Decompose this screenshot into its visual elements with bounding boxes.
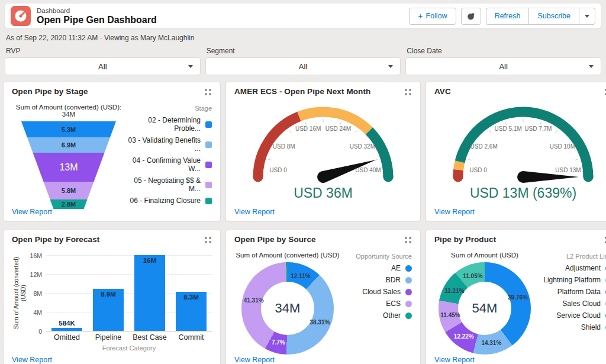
as-of-text: As of Sep 22, 2020 11:32 AM · Viewing as… — [6, 34, 600, 42]
gauge-tick — [289, 130, 291, 133]
donut-legend: Opportunity Source AEBDRCloud SalesECSOt… — [341, 248, 412, 356]
follow-button-label: Follow — [426, 12, 447, 20]
filter-dropdown-segment[interactable]: All — [205, 57, 401, 75]
follow-button[interactable]: + Follow — [409, 8, 456, 25]
legend-item[interactable]: Platform Data — [535, 288, 606, 296]
filter-close-date: Close Date All — [405, 44, 601, 75]
gauge-band — [459, 162, 460, 170]
expand-icon[interactable] — [404, 88, 412, 98]
donut-chart[interactable]: 54M 39.76%14.31%12.22%11.45%11.21%11.05% — [439, 262, 531, 355]
gauge-tick — [355, 130, 357, 133]
legend-swatch — [405, 265, 412, 272]
funnel-segment[interactable]: 5.8M — [21, 182, 116, 199]
legend-item[interactable]: Shield — [535, 323, 606, 331]
x-axis-labels: OmittedPipelineBest CaseCommit — [46, 333, 212, 342]
filter-dropdown-close-date[interactable]: All — [405, 57, 601, 75]
bar[interactable]: 8.3M — [176, 292, 207, 331]
panel-title: Pipe by Product — [434, 235, 496, 244]
filter-dropdown-rvp[interactable]: All — [5, 57, 201, 75]
dashboard-icon — [11, 6, 31, 26]
legend-label: Platform Data — [557, 288, 601, 296]
legend-item[interactable]: Lightning Platform — [535, 276, 606, 284]
x-category-label: Pipeline — [88, 333, 129, 342]
gauge-tick-label: USD 13M — [555, 167, 581, 173]
legend-item[interactable]: AE — [341, 264, 412, 272]
y-axis-ticks: 16M12M8M4M0 — [28, 255, 46, 331]
bar-value-label: 584K — [59, 320, 75, 327]
gauge-tick-label: USD 5.1M — [495, 125, 522, 132]
gauge-tick — [268, 159, 272, 160]
einstein-button[interactable] — [461, 8, 481, 25]
legend-item[interactable]: 03 - Validating Benefits ... — [125, 136, 212, 153]
legend-item[interactable]: Service Cloud — [535, 311, 606, 320]
bar-column: 16M — [134, 255, 165, 331]
plus-icon: + — [418, 11, 423, 21]
y-tick-label: 0 — [38, 328, 42, 335]
expand-icon[interactable] — [404, 236, 412, 246]
legend-item[interactable]: 06 - Finalizing Closure — [125, 197, 212, 205]
chevron-down-icon — [388, 65, 393, 68]
view-report-link[interactable]: View Report — [434, 208, 606, 216]
legend-item[interactable]: Other — [341, 311, 412, 320]
gauge-tick — [555, 130, 557, 133]
legend-item[interactable]: Sales Cloud — [535, 299, 606, 308]
expand-icon[interactable] — [204, 88, 212, 98]
gauge-tick — [340, 122, 341, 125]
panel-title: AMER ECS - Open Pipe Next Month — [234, 87, 370, 96]
chevron-down-icon — [589, 65, 594, 68]
gauge-tick — [575, 159, 578, 160]
slice-percent-label: 12.11% — [291, 273, 310, 279]
bar-column: 8.9M — [93, 289, 124, 331]
bar[interactable]: 16M — [134, 255, 165, 331]
view-report-link[interactable]: View Report — [12, 208, 212, 216]
refresh-button[interactable]: Refresh — [486, 8, 529, 25]
subscribe-button[interactable]: Subscribe — [528, 8, 579, 25]
filter-label: Segment — [207, 47, 400, 55]
header-titles: Dashboard Open Pipe Gen Dashboard — [37, 7, 157, 25]
funnel-segment[interactable]: 5.3M — [21, 121, 116, 137]
legend-label: 05 - Negotiating $$ & M... — [125, 176, 201, 193]
legend-label: 06 - Finalizing Closure — [130, 197, 201, 205]
einstein-icon — [466, 11, 476, 21]
view-report-link[interactable]: View Report — [12, 356, 212, 364]
gauge-tick-label: USD 24M — [325, 125, 351, 132]
legend-swatch — [205, 182, 212, 188]
legend-item[interactable]: 02 - Determining Proble... — [125, 116, 212, 133]
legend-label: Cloud Sales — [362, 288, 401, 296]
gauge-chart: USD 0USD 8MUSD 16MUSD 24MUSD 32MUSD 40M — [234, 102, 412, 184]
donut-hole: 54M — [458, 282, 511, 335]
donut-chart[interactable]: 34M 12.11%38.31%7.7%41.31% — [241, 262, 334, 355]
legend-item[interactable]: BDR — [341, 276, 412, 284]
legend-label: 02 - Determining Proble... — [125, 116, 201, 133]
view-report-link[interactable]: View Report — [434, 356, 606, 364]
expand-icon[interactable] — [204, 236, 212, 246]
more-actions-button[interactable] — [579, 8, 595, 25]
gauge-tick-label: USD 40M — [355, 167, 381, 173]
legend-item[interactable]: 05 - Negotiating $$ & M... — [125, 176, 212, 193]
funnel-segment[interactable]: 13M — [21, 153, 116, 182]
legend-swatch — [405, 289, 412, 295]
x-axis-title: Forecast Category — [46, 344, 212, 352]
funnel-segment[interactable]: 6.9M — [21, 137, 116, 153]
legend-item[interactable]: ECS — [341, 299, 412, 308]
legend-item[interactable]: Adjustment — [535, 264, 606, 272]
slice-percent-label: 7.7% — [272, 339, 285, 345]
bar[interactable]: 8.9M — [93, 289, 124, 331]
bar[interactable] — [51, 328, 82, 331]
legend-title: Opportunity Source — [341, 253, 412, 260]
legend-item[interactable]: 04 - Confirming Value W... — [125, 156, 212, 173]
refresh-button-label: Refresh — [495, 12, 521, 20]
filter-value: All — [299, 62, 307, 71]
bar-plot: 584K8.9M16M8.3M — [46, 255, 212, 331]
view-report-link[interactable]: View Report — [234, 356, 412, 364]
legend-label: Shield — [581, 323, 601, 331]
gauge-tick-label: USD 0 — [469, 167, 487, 173]
gauge-tick — [540, 122, 541, 125]
legend-swatch — [205, 141, 212, 148]
view-report-link[interactable]: View Report — [234, 208, 412, 216]
legend-item[interactable]: Cloud Sales — [341, 288, 412, 296]
y-axis-title-area: Sum of Amount (converted) (USD) — [12, 255, 28, 331]
slice-percent-label: 39.76% — [508, 294, 528, 301]
gauge-chart: USD 0USD 2.6MUSD 5.1MUSD 7.7MUSD 10MUSD … — [434, 102, 606, 184]
salesforce-dashboard-screen: Dashboard Open Pipe Gen Dashboard + Foll… — [0, 0, 606, 364]
